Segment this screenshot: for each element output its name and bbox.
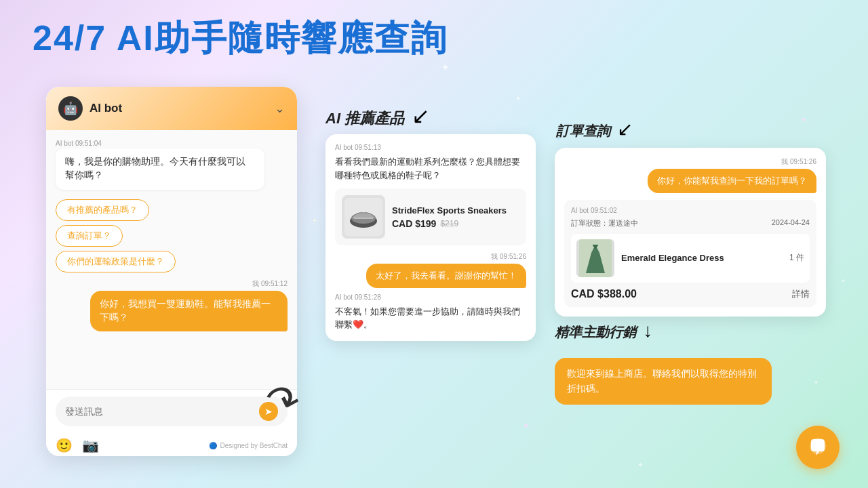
quick-reply-order[interactable]: 查詢訂單？ <box>56 225 123 247</box>
product-price: CAD $199 <box>392 218 436 229</box>
star-deco: ✦ <box>515 95 521 102</box>
order-label-arrow: ↙ <box>617 119 633 140</box>
product-bot-followup-group: AI bot 09:51:28 不客氣！如果您需要進一步協助，請隨時與我們聯繫❤… <box>335 293 526 331</box>
bot-timestamp: AI bot 09:51:04 <box>56 140 288 147</box>
product-bot-message: 看看我們最新的運動鞋系列怎麼樣？您具體想要哪種特色或風格的鞋子呢？ <box>335 155 526 182</box>
float-chat-button[interactable] <box>796 426 840 469</box>
star-deco: ✦ <box>312 217 317 224</box>
order-detail-button[interactable]: 詳情 <box>792 288 810 300</box>
star-deco: ✦ <box>441 61 450 74</box>
product-user-bubble: 太好了，我去看看。謝謝你的幫忙！ <box>366 264 526 288</box>
product-card: StrideFlex Sports Sneakers CAD $199 $219 <box>335 188 526 245</box>
chat-footer: 🙂 📷 🔵 Designed by BestChat <box>46 433 297 456</box>
quick-replies: 有推薦的產品嗎？ 查詢訂單？ 你們的運輸政策是什麼？ <box>56 199 288 272</box>
chat-widget: 🤖 AI bot ⌄ AI bot 09:51:04 嗨，我是你的購物助理。今天… <box>46 87 297 456</box>
product-original-price: $219 <box>440 219 458 228</box>
page-title: 24/7 AI助手隨時響應查詢 <box>33 19 448 58</box>
product-label-container: AI 推薦產品 ↙ <box>326 103 430 129</box>
order-user-timestamp: 我 09:51:26 <box>781 157 816 167</box>
quick-reply-products[interactable]: 有推薦的產品嗎？ <box>56 199 149 221</box>
product-followup-message: 不客氣！如果您需要進一步協助，請隨時與我們聯繫❤️。 <box>335 305 526 331</box>
user-timestamp: 我 09:51:12 <box>252 279 288 289</box>
brand-icon: 🔵 <box>209 442 217 449</box>
product-bot-timestamp: AI bot 09:51:13 <box>335 144 526 151</box>
user-bubble: 你好，我想買一雙運動鞋。能幫我推薦一下嗎？ <box>90 291 288 332</box>
image-icon[interactable]: 📷 <box>82 437 99 453</box>
star-deco: ✦ <box>814 380 818 386</box>
order-status-row: 訂單狀態：運送途中 2024-04-24 <box>571 218 810 228</box>
star-deco: ✦ <box>800 115 807 125</box>
footer-icons: 🙂 📷 <box>56 437 99 453</box>
marketing-bubble: 歡迎來到線上商店。聯絡我們以取得您的特別折扣碼。 <box>555 358 772 405</box>
emoji-icon[interactable]: 🙂 <box>56 437 73 453</box>
product-label-arrow: ↙ <box>412 104 430 128</box>
quick-reply-shipping[interactable]: 你們的運輸政策是什麼？ <box>56 251 176 272</box>
order-total-price: CAD $388.00 <box>571 288 637 300</box>
chat-input[interactable] <box>65 406 254 417</box>
footer-brand: 🔵 Designed by BestChat <box>209 442 288 449</box>
chat-bubble-icon <box>807 436 829 458</box>
bot-avatar: 🤖 <box>58 96 83 121</box>
brand-text: Designed by BestChat <box>220 442 288 449</box>
user-message-row: 我 09:51:12 你好，我想買一雙運動鞋。能幫我推薦一下嗎？ <box>56 279 288 332</box>
order-section-label: 訂單查詢 <box>556 123 610 138</box>
order-status-text: 訂單狀態：運送途中 <box>571 218 638 228</box>
chat-body: AI bot 09:51:04 嗨，我是你的購物助理。今天有什麼我可以幫你嗎？ … <box>46 130 297 389</box>
marketing-section-label: 精準主動行銷 <box>555 325 636 340</box>
product-user-timestamp: 我 09:51:26 <box>491 252 526 262</box>
order-item-name: Emerald Elegance Dress <box>621 253 783 263</box>
order-date: 2024-04-24 <box>772 218 810 228</box>
product-panel: AI bot 09:51:13 看看我們最新的運動鞋系列怎麼樣？您具體想要哪種特… <box>326 134 536 341</box>
bot-greeting-bubble: 嗨，我是你的購物助理。今天有什麼我可以幫你嗎？ <box>56 148 264 190</box>
product-name: StrideFlex Sports Sneakers <box>392 205 507 216</box>
sneaker-icon <box>344 198 382 236</box>
order-item-card: Emerald Elegance Dress 1 件 <box>571 234 810 283</box>
order-total-row: CAD $388.00 詳情 <box>571 288 810 300</box>
star-deco: ✦ <box>637 461 643 468</box>
chat-header: 🤖 AI bot ⌄ <box>46 87 297 130</box>
chat-title: AI bot <box>90 102 122 115</box>
order-label-container: 訂單查詢 ↙ <box>556 118 633 140</box>
product-section-label: AI 推薦產品 <box>326 110 404 127</box>
product-info: StrideFlex Sports Sneakers CAD $199 $219 <box>392 205 507 229</box>
marketing-label-container: 精準主動行銷 ↓ <box>555 320 652 342</box>
chat-header-left: 🤖 AI bot <box>58 96 122 121</box>
marketing-label-arrow: ↓ <box>643 320 652 341</box>
star-deco: ✦ <box>841 278 846 284</box>
order-item-count: 1 件 <box>789 252 804 264</box>
order-bot-section: AI bot 09:51:02 訂單狀態：運送途中 2024-04-24 Eme… <box>564 200 816 307</box>
order-bot-timestamp: AI bot 09:51:02 <box>571 207 810 214</box>
order-user-row: 我 09:51:26 你好，你能幫我查詢一下我的訂單嗎？ <box>564 157 816 193</box>
product-followup-timestamp: AI bot 09:51:28 <box>335 293 526 301</box>
chevron-down-icon[interactable]: ⌄ <box>275 101 285 116</box>
order-panel: 我 09:51:26 你好，你能幫我查詢一下我的訂單嗎？ AI bot 09:5… <box>555 148 826 317</box>
product-user-reply-row: 我 09:51:26 太好了，我去看看。謝謝你的幫忙！ <box>335 252 526 288</box>
bot-message-group: AI bot 09:51:04 嗨，我是你的購物助理。今天有什麼我可以幫你嗎？ <box>56 140 288 190</box>
star-deco: ✦ <box>522 420 530 431</box>
order-user-bubble: 你好，你能幫我查詢一下我的訂單嗎？ <box>648 169 816 193</box>
chat-input-row: ➤ <box>56 396 288 426</box>
order-item-image <box>576 239 614 277</box>
product-image <box>342 195 385 239</box>
dress-icon <box>579 239 612 277</box>
product-price-row: CAD $199 $219 <box>392 218 507 229</box>
